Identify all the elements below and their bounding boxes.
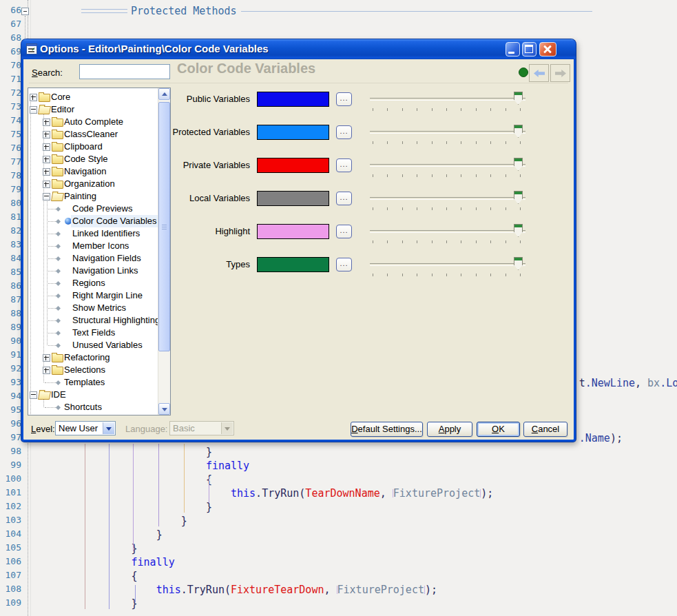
color-picker-button-private-variables[interactable]: ... xyxy=(336,158,352,172)
slider-tick xyxy=(476,141,477,144)
slider-track xyxy=(370,164,525,167)
indent-guide xyxy=(184,444,185,513)
slider-tick xyxy=(446,141,447,144)
slider-thumb[interactable] xyxy=(514,125,523,138)
line-number: 76 xyxy=(0,143,21,156)
line-number: 88 xyxy=(0,308,21,322)
slider-tick xyxy=(490,174,491,177)
code-line-102: } xyxy=(32,501,212,515)
slider-track xyxy=(370,131,525,134)
slider-tick xyxy=(402,240,403,243)
slider-local-variables[interactable] xyxy=(370,191,525,212)
slider-tick xyxy=(432,207,433,210)
slider-tick xyxy=(373,108,373,111)
indent-guide xyxy=(135,585,136,602)
line-number: 104 xyxy=(0,528,21,542)
indent-guide xyxy=(209,477,209,503)
line-number: 74 xyxy=(0,115,21,129)
slider-types[interactable] xyxy=(370,257,525,278)
code-fold-marker[interactable] xyxy=(21,8,29,15)
chevron-down-icon[interactable] xyxy=(103,422,114,434)
slider-tick xyxy=(446,274,447,276)
slider-tick xyxy=(387,274,388,276)
line-number: 92 xyxy=(0,363,21,377)
color-swatch-public-variables xyxy=(257,92,329,107)
slider-thumb[interactable] xyxy=(514,92,523,105)
region-line-upper xyxy=(81,9,127,10)
color-swatch-local-variables xyxy=(257,191,329,206)
line-number: 103 xyxy=(0,515,21,528)
slider-protected-variables[interactable] xyxy=(370,125,525,145)
code-line-101: this.TryRun(TearDownName, FixtureProject… xyxy=(32,487,493,501)
slider-thumb[interactable] xyxy=(514,224,523,237)
line-number: 65 xyxy=(0,0,21,5)
slider-tick xyxy=(417,240,417,243)
slider-tick xyxy=(476,108,477,111)
slider-tick xyxy=(373,207,373,210)
chevron-down-icon xyxy=(221,422,233,434)
line-number: 101 xyxy=(0,487,21,501)
slider-tick xyxy=(373,174,373,177)
slider-tick xyxy=(432,274,433,276)
line-number: 94 xyxy=(0,391,21,404)
option-label-highlight: Highlight xyxy=(127,225,250,238)
slider-highlight[interactable] xyxy=(370,224,525,245)
slider-tick xyxy=(402,207,403,210)
slider-thumb[interactable] xyxy=(514,257,523,270)
slider-public-variables[interactable] xyxy=(370,92,525,112)
slider-tick xyxy=(387,240,388,243)
line-number: 75 xyxy=(0,129,21,143)
slider-tick xyxy=(506,240,506,243)
line-number: 108 xyxy=(0,584,21,597)
line-number: 77 xyxy=(0,156,21,170)
color-picker-button-highlight[interactable]: ... xyxy=(336,225,352,238)
color-picker-button-types[interactable]: ... xyxy=(336,258,352,271)
level-label: Level: xyxy=(31,424,55,434)
slider-tick xyxy=(432,174,433,177)
line-number: 66 xyxy=(0,5,21,19)
slider-tick xyxy=(461,141,461,144)
code-line-99: finally xyxy=(32,460,249,473)
slider-private-variables[interactable] xyxy=(370,158,525,178)
line-number: 87 xyxy=(0,294,21,308)
language-value: Basic xyxy=(173,423,195,433)
slider-tick xyxy=(387,141,388,144)
slider-tick xyxy=(402,108,403,111)
line-number: 86 xyxy=(0,280,21,294)
option-label-protected-variables: Protected Variables xyxy=(127,126,250,138)
slider-tick xyxy=(446,207,447,210)
color-swatch-protected-variables xyxy=(257,125,329,140)
color-picker-button-public-variables[interactable]: ... xyxy=(336,92,352,106)
slider-thumb[interactable] xyxy=(514,158,523,171)
slider-tick xyxy=(387,108,388,111)
line-number: 89 xyxy=(0,322,21,336)
slider-tick xyxy=(402,274,403,276)
line-number: 83 xyxy=(0,239,21,253)
ok-button[interactable]: OK xyxy=(477,422,520,437)
line-number: 102 xyxy=(0,501,21,515)
line-number: 67 xyxy=(0,19,21,32)
level-select[interactable]: New User xyxy=(55,421,116,435)
slider-tick xyxy=(446,174,447,177)
slider-track xyxy=(370,197,525,200)
slider-tick xyxy=(520,174,521,177)
slider-tick xyxy=(476,274,477,276)
indent-guide xyxy=(109,444,110,609)
slider-tick xyxy=(490,141,491,144)
line-number: 84 xyxy=(0,253,21,267)
apply-button[interactable]: Apply xyxy=(427,422,472,437)
line-number: 85 xyxy=(0,267,21,280)
line-number: 100 xyxy=(0,473,21,487)
slider-tick xyxy=(461,108,461,111)
cancel-button[interactable]: Cancel xyxy=(523,422,567,437)
slider-tick xyxy=(520,108,521,111)
default-settings-button[interactable]: Default Settings... xyxy=(351,422,423,437)
line-number: 95 xyxy=(0,404,21,418)
slider-tick xyxy=(506,108,506,111)
slider-tick xyxy=(476,207,477,210)
slider-tick xyxy=(506,174,506,177)
line-number: 105 xyxy=(0,542,21,556)
color-picker-button-protected-variables[interactable]: ... xyxy=(336,125,352,139)
slider-thumb[interactable] xyxy=(514,191,523,204)
color-picker-button-local-variables[interactable]: ... xyxy=(336,192,352,205)
